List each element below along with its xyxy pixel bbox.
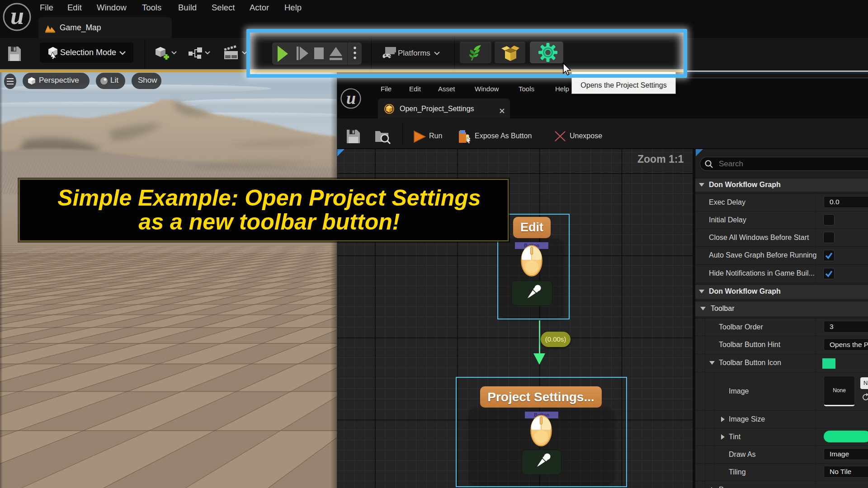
svg-text:u: u [10,2,24,29]
svg-text:u: u [346,89,356,108]
